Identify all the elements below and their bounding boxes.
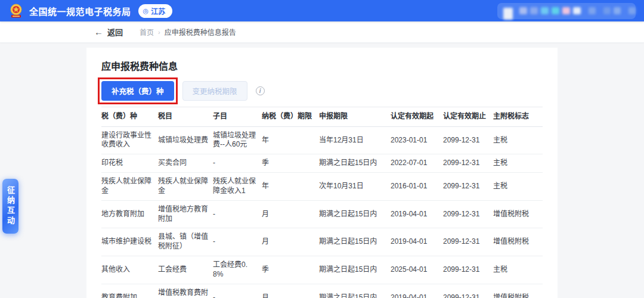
table-header-cell: 申报期限 [319, 107, 391, 127]
table-cell: 2099-12-31 [443, 154, 493, 173]
table-cell: 地方教育附加 [101, 200, 158, 228]
table-cell: 2022-07-01 [391, 154, 443, 173]
table-cell: 月 [262, 228, 319, 256]
table-cell: 残疾人就业保障金 [101, 173, 158, 201]
table-cell: 期满之日起15日内 [319, 200, 391, 228]
table-header-cell: 认定有效期起 [391, 107, 443, 127]
table-cell: 期满之日起15日内 [319, 256, 391, 284]
table-cell: 2099-12-31 [443, 256, 493, 284]
table-cell: 月 [262, 284, 319, 298]
back-label: 返回 [107, 26, 123, 38]
table-cell: 工会经费 [158, 256, 213, 284]
tax-bureau-logo-icon [8, 3, 24, 18]
table-header-cell: 税目 [158, 107, 213, 127]
table-cell: 主税 [493, 126, 543, 154]
location-badge-label: 江苏 [151, 6, 165, 16]
toolbar: 补充税（费）种 变更纳税期限 i [101, 80, 543, 101]
table-cell: 城镇垃圾处理费--人60元 [213, 126, 262, 154]
page-title: 应申报税费种信息 [101, 58, 543, 73]
table-cell: - [213, 228, 262, 256]
table-cell: - [213, 200, 262, 228]
table-cell: 次年10月31日 [319, 173, 391, 201]
table-row: 城市维护建设税县城、镇（增值税附征）-月期满之日起15日内2019-04-012… [101, 228, 543, 256]
table-row: 教育费附加增值税教育费附加-月期满之日起15日内2019-04-012099-1… [101, 284, 543, 298]
table-cell: 年 [262, 173, 319, 201]
table-cell: 建设行政事业性收费收入 [101, 126, 158, 154]
table-row: 其他收入工会经费工会经费0.8%季期满之日起15日内2025-04-012099… [101, 256, 543, 284]
table-cell: - [213, 284, 262, 298]
table-cell: 2099-12-31 [443, 228, 493, 256]
table-cell: 县城、镇（增值税附征） [158, 228, 213, 256]
table-cell: 2099-12-31 [443, 126, 493, 154]
supplement-tax-type-button[interactable]: 补充税（费）种 [101, 81, 174, 101]
back-arrow-icon: ← [94, 27, 103, 37]
table-cell: 教育费附加 [101, 284, 158, 298]
table-cell: 期满之日起15日内 [319, 284, 391, 298]
table-cell: 印花税 [101, 154, 158, 173]
table-cell: 增值税教育费附加 [158, 284, 213, 298]
table-cell: 残疾人就业保障金收入1 [213, 173, 262, 201]
table-cell: 主税 [493, 256, 543, 284]
table-cell: 当年12月31日 [319, 126, 391, 154]
table-cell: 城市维护建设税 [101, 228, 158, 256]
table-cell: 工会经费0.8% [213, 256, 262, 284]
breadcrumb-current: 应申报税费种信息报告 [165, 27, 236, 37]
back-button[interactable]: ← 返回 [94, 26, 123, 38]
table-cell: 期满之日起15日内 [319, 154, 391, 173]
table-cell: 城镇垃圾处理费 [158, 126, 213, 154]
page-background: 应申报税费种信息 补充税（费）种 变更纳税期限 i 税（费）种税目子目纳税（费）… [0, 43, 644, 298]
tax-types-table: 税（费）种税目子目纳税（费）期限申报期限认定有效期起认定有效期止主附税标志 建设… [101, 107, 543, 298]
table-cell: 其他收入 [101, 256, 158, 284]
table-cell: 2016-01-01 [391, 173, 443, 201]
info-icon[interactable]: i [256, 86, 265, 95]
table-cell: 增值税地方教育附加 [158, 200, 213, 228]
user-info-blurred[interactable] [497, 3, 636, 19]
app-title: 全国统一规范电子税务局 [29, 5, 131, 17]
table-row: 建设行政事业性收费收入城镇垃圾处理费城镇垃圾处理费--人60元年当年12月31日… [101, 126, 543, 154]
table-header-cell: 纳税（费）期限 [262, 107, 319, 127]
table-cell: 残疾人就业保障金 [158, 173, 213, 201]
table-header-cell: 税（费）种 [101, 107, 158, 127]
breadcrumb-home[interactable]: 首页 [140, 27, 154, 37]
breadcrumb-separator-icon: › [158, 29, 160, 36]
table-cell: 2019-04-01 [391, 200, 443, 228]
content-card: 应申报税费种信息 补充税（费）种 变更纳税期限 i 税（费）种税目子目纳税（费）… [86, 48, 558, 298]
breadcrumb-bar: ← 返回 首页 › 应申报税费种信息报告 [0, 21, 644, 43]
table-header-cell: 认定有效期止 [443, 107, 493, 127]
table-cell: 年 [262, 126, 319, 154]
tax-table-body: 建设行政事业性收费收入城镇垃圾处理费城镇垃圾处理费--人60元年当年12月31日… [101, 126, 543, 298]
table-header-cell: 子目 [213, 107, 262, 127]
table-cell: 增值税附税 [493, 200, 543, 228]
user-info-blur-chips [503, 2, 630, 20]
table-row: 印花税买卖合同-季期满之日起15日内2022-07-012099-12-31主税 [101, 154, 543, 173]
location-badge[interactable]: ◎ 江苏 [138, 4, 173, 18]
table-row: 地方教育附加增值税地方教育附加-月期满之日起15日内2019-04-012099… [101, 200, 543, 228]
table-header-row: 税（费）种税目子目纳税（费）期限申报期限认定有效期起认定有效期止主附税标志 [101, 107, 543, 127]
table-cell: 2099-12-31 [443, 284, 493, 298]
table-cell: 买卖合同 [158, 154, 213, 173]
location-pin-icon: ◎ [143, 8, 149, 14]
table-cell: 2019-04-01 [391, 228, 443, 256]
table-cell: 增值税附税 [493, 284, 543, 298]
change-tax-period-button[interactable]: 变更纳税期限 [182, 81, 247, 101]
table-cell: 季 [262, 154, 319, 173]
table-cell: - [213, 154, 262, 173]
table-cell: 主税 [493, 173, 543, 201]
breadcrumb: 首页 › 应申报税费种信息报告 [140, 27, 236, 37]
table-cell: 2019-04-01 [391, 284, 443, 298]
table-cell: 主税 [493, 154, 543, 173]
table-cell: 季 [262, 256, 319, 284]
table-row: 残疾人就业保障金残疾人就业保障金残疾人就业保障金收入1年次年10月31日2016… [101, 173, 543, 201]
table-cell: 2099-12-31 [443, 173, 493, 201]
table-header-cell: 主附税标志 [493, 107, 543, 127]
interaction-side-tab[interactable]: 征纳互动 [2, 179, 18, 234]
table-cell: 2099-12-31 [443, 200, 493, 228]
table-cell: 期满之日起15日内 [319, 228, 391, 256]
table-cell: 2025-04-01 [391, 256, 443, 284]
table-cell: 增值税附税 [493, 228, 543, 256]
table-cell: 月 [262, 200, 319, 228]
top-header-bar: 全国统一规范电子税务局 ◎ 江苏 [0, 0, 644, 21]
table-cell: 2023-01-01 [391, 126, 443, 154]
